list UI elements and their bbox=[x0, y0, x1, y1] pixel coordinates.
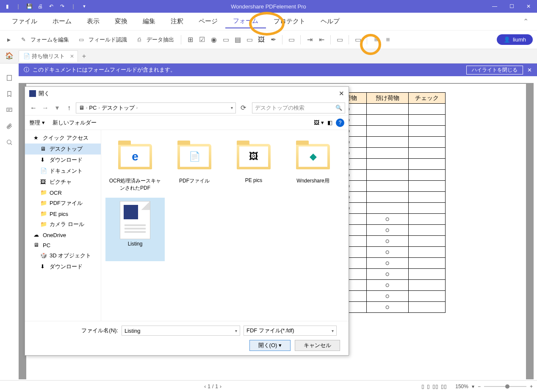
folder-item[interactable]: 📄PDFファイル bbox=[165, 134, 224, 198]
tree-node[interactable]: 📁PDFファイル bbox=[25, 198, 101, 209]
tab-close-icon[interactable]: ✕ bbox=[70, 53, 74, 59]
add-tab-button[interactable]: + bbox=[78, 52, 90, 60]
chevron-down-icon[interactable]: ▾ bbox=[235, 329, 237, 333]
comments-icon[interactable] bbox=[4, 105, 14, 115]
tree-node[interactable]: 📁カメラ ロール bbox=[25, 219, 101, 230]
tree-node[interactable]: 🖼ピクチャ bbox=[25, 177, 101, 188]
bookmarks-icon[interactable] bbox=[4, 89, 14, 99]
textfield-icon[interactable]: ⊞ bbox=[185, 35, 195, 44]
tree-node[interactable]: 📁OCR bbox=[25, 188, 101, 198]
expand-icon[interactable]: ▸ bbox=[4, 35, 14, 44]
folder-tree[interactable]: ★クイック アクセス🖥デスクトップ⬇ダウンロード📄ドキュメント🖼ピクチャ📁OCR… bbox=[25, 130, 101, 321]
preview-pane-icon[interactable]: ◧ bbox=[327, 119, 332, 126]
banner-close-icon[interactable]: ✕ bbox=[527, 67, 532, 73]
tree-node[interactable]: ⬇ダウンロード bbox=[25, 261, 101, 272]
more-form-icon[interactable]: ▭ bbox=[335, 35, 344, 44]
menu-help[interactable]: ヘルプ bbox=[313, 15, 347, 28]
edit-form-button[interactable]: ✎フォームを編集 bbox=[16, 33, 72, 46]
tree-node[interactable]: 🖥デスクトップ bbox=[25, 144, 101, 155]
home-icon[interactable]: 🏠 bbox=[5, 52, 14, 60]
print-icon[interactable]: 🖨 bbox=[36, 2, 45, 11]
menu-home[interactable]: ホーム bbox=[45, 15, 79, 28]
dropdown-icon[interactable]: ▼ bbox=[80, 2, 89, 11]
folder-item[interactable]: ◆Wndershare用 bbox=[283, 134, 343, 198]
attachments-icon[interactable] bbox=[4, 121, 14, 131]
search-input[interactable]: デスクトップの検索 🔍 bbox=[252, 102, 345, 113]
button-icon[interactable]: ▭ bbox=[245, 35, 254, 44]
two-page-icon[interactable]: ▯▯ bbox=[432, 384, 438, 389]
file-item[interactable]: Listing bbox=[105, 198, 165, 261]
clear-form-icon[interactable]: ▭ bbox=[353, 35, 363, 44]
combobox-icon[interactable]: ▭ bbox=[221, 35, 230, 44]
nav-up-icon[interactable]: ↑ bbox=[64, 104, 74, 112]
tree-node[interactable]: 🎲3D オブジェクト bbox=[25, 250, 101, 261]
zoom-slider[interactable] bbox=[484, 386, 526, 387]
file-filter-select[interactable]: FDF ファイル(*.fdf) ▾ bbox=[244, 326, 337, 336]
menu-comment[interactable]: 注釈 bbox=[163, 15, 191, 28]
dialog-close-button[interactable]: ✕ bbox=[339, 90, 344, 97]
crumb-dropdown-icon[interactable]: ▾ bbox=[231, 105, 233, 110]
breadcrumb[interactable]: 🖥› PC› デスクトップ› ▾ bbox=[76, 102, 236, 113]
cancel-button[interactable]: キャンセル bbox=[295, 340, 340, 351]
user-pill[interactable]: 👤liumh bbox=[497, 34, 533, 45]
redo-icon[interactable]: ↷ bbox=[58, 2, 67, 11]
zoom-dropdown-icon[interactable]: ▾ bbox=[472, 384, 474, 389]
thumbnails-icon[interactable] bbox=[4, 73, 14, 83]
two-continuous-icon[interactable]: ▯▯ bbox=[441, 384, 447, 389]
tree-node[interactable]: 📁PE pics bbox=[25, 209, 101, 219]
zoom-in-icon[interactable]: + bbox=[530, 384, 533, 389]
menu-file[interactable]: ファイル bbox=[4, 15, 45, 28]
import-data-icon[interactable]: ⇥ bbox=[305, 35, 314, 44]
distribute-icon[interactable]: ≡ bbox=[383, 35, 393, 44]
folder-item[interactable]: eOCR処理済みースキャンされたPDF bbox=[105, 134, 165, 198]
minimize-button[interactable]: — bbox=[486, 0, 503, 13]
continuous-icon[interactable]: ▯ bbox=[427, 384, 430, 389]
image-icon[interactable]: 🖼 bbox=[257, 35, 266, 44]
single-page-icon[interactable]: ▯ bbox=[421, 384, 424, 389]
help-icon[interactable]: ? bbox=[336, 119, 344, 127]
checkbox-icon[interactable]: ☑ bbox=[197, 35, 207, 44]
new-folder-button[interactable]: 新しいフォルダー bbox=[53, 119, 97, 127]
form-action-icon[interactable]: ▭ bbox=[287, 35, 296, 44]
tree-node[interactable]: 🖥PC bbox=[25, 240, 101, 250]
nav-forward-icon[interactable]: → bbox=[40, 104, 50, 112]
document-tab[interactable]: 📄 持ち物リスト ✕ bbox=[19, 50, 78, 62]
close-button[interactable]: ✕ bbox=[520, 0, 537, 13]
tree-node[interactable]: ★クイック アクセス bbox=[25, 133, 101, 144]
zoom-out-icon[interactable]: − bbox=[478, 384, 481, 389]
data-extract-button[interactable]: ⎙データ抽出 bbox=[132, 33, 177, 46]
collapse-ribbon-icon[interactable]: ⌃ bbox=[519, 17, 533, 25]
tree-node[interactable]: 📄ドキュメント bbox=[25, 166, 101, 177]
next-page-icon[interactable]: › bbox=[220, 384, 221, 389]
export-data-icon[interactable]: ⇤ bbox=[317, 35, 326, 44]
save-icon[interactable]: 💾 bbox=[25, 2, 34, 11]
menu-form[interactable]: フォーム bbox=[225, 14, 266, 28]
menu-convert[interactable]: 変換 bbox=[107, 15, 135, 28]
signature-icon[interactable]: ✒ bbox=[268, 35, 278, 44]
page-navigator[interactable]: ‹ 1 / 1 › bbox=[204, 384, 221, 389]
refresh-icon[interactable]: ⟳ bbox=[238, 104, 249, 112]
chevron-down-icon[interactable]: ▾ bbox=[332, 329, 334, 333]
prev-page-icon[interactable]: ‹ bbox=[204, 384, 206, 389]
folder-item[interactable]: 🖼PE pics bbox=[224, 134, 283, 198]
menu-view[interactable]: 表示 bbox=[79, 15, 107, 28]
undo-icon[interactable]: ↶ bbox=[47, 2, 56, 11]
radio-icon[interactable]: ◉ bbox=[209, 35, 219, 44]
menu-protect[interactable]: プロテクト bbox=[266, 15, 313, 28]
menu-edit[interactable]: 編集 bbox=[135, 15, 163, 28]
menu-page[interactable]: ページ bbox=[191, 15, 225, 28]
tree-node[interactable]: ⬇ダウンロード bbox=[25, 155, 101, 166]
listbox-icon[interactable]: ▤ bbox=[233, 35, 242, 44]
field-recognition-button[interactable]: ▭フィールド認識 bbox=[74, 33, 130, 46]
view-mode-icon[interactable]: 🖼 ▾ bbox=[314, 119, 324, 126]
open-button[interactable]: 開く(O) ▾ bbox=[249, 340, 291, 351]
maximize-button[interactable]: ☐ bbox=[503, 0, 520, 13]
search-panel-icon[interactable] bbox=[4, 137, 14, 147]
tree-node[interactable]: ☁OneDrive bbox=[25, 230, 101, 240]
file-list[interactable]: eOCR処理済みースキャンされたPDF📄PDFファイル🖼PE pics◆Wnde… bbox=[101, 130, 349, 321]
organize-button[interactable]: 整理 ▾ bbox=[29, 119, 45, 127]
nav-recent-icon[interactable]: ▾ bbox=[52, 104, 62, 112]
filename-input[interactable]: Listing ▾ bbox=[122, 326, 240, 336]
nav-back-icon[interactable]: ← bbox=[28, 104, 39, 112]
close-highlight-button[interactable]: ハイライトを閉じる bbox=[466, 66, 523, 75]
